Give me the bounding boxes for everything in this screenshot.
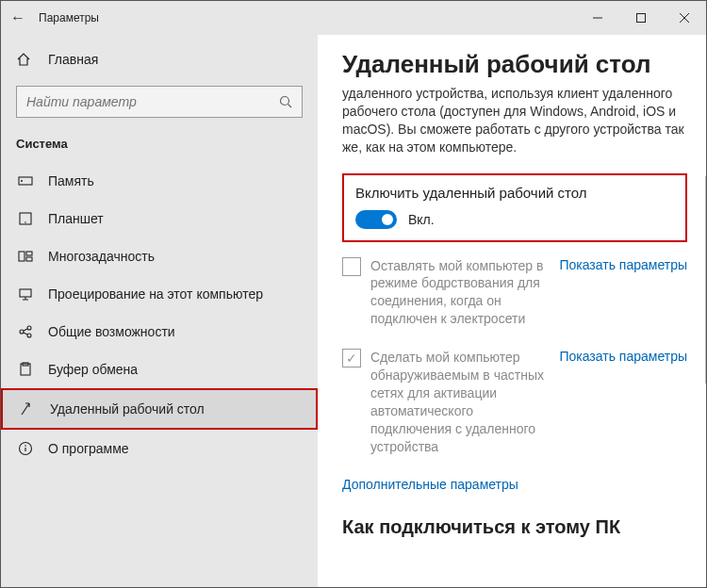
menu: Память Планшет Многозадачность Проециров… <box>1 162 318 467</box>
info-icon <box>16 441 35 456</box>
titlebar: ← Параметры <box>1 1 706 35</box>
minimize-button[interactable] <box>576 1 619 35</box>
search-icon <box>279 95 292 108</box>
svg-point-16 <box>27 334 31 337</box>
remote-desktop-icon <box>18 401 37 416</box>
option-text: Сделать мой компьютер обнаруживаемым в ч… <box>370 349 559 455</box>
sidebar-item-tablet[interactable]: Планшет <box>1 200 318 237</box>
sidebar-item-multitasking[interactable]: Многозадачность <box>1 237 318 275</box>
svg-line-21 <box>22 403 29 415</box>
tablet-icon <box>16 211 35 226</box>
content-panel: Удаленный рабочий стол удаленного устрой… <box>318 35 706 587</box>
svg-point-4 <box>281 97 289 106</box>
close-button[interactable] <box>663 1 706 35</box>
scrollbar[interactable] <box>705 176 706 384</box>
shared-icon <box>16 324 35 339</box>
checkbox-discoverable[interactable]: ✓ <box>342 349 361 368</box>
svg-rect-12 <box>26 257 32 261</box>
svg-point-23 <box>25 445 26 447</box>
sidebar-item-storage[interactable]: Память <box>1 162 318 200</box>
show-settings-link-2[interactable]: Показать параметры <box>559 349 687 364</box>
svg-rect-1 <box>637 14 646 23</box>
option-discoverable: ✓ Сделать мой компьютер обнаруживаемым в… <box>342 349 687 455</box>
svg-point-15 <box>27 326 31 330</box>
home-link[interactable]: Главная <box>1 44 318 74</box>
home-icon <box>16 52 35 67</box>
nav-panel: Главная Система Память Планшет Многозад <box>1 35 318 587</box>
multitasking-icon <box>16 249 35 264</box>
sidebar-item-label: Проецирование на этот компьютер <box>48 286 263 302</box>
svg-line-18 <box>24 333 27 335</box>
toggle-state: Вкл. <box>408 212 435 227</box>
sidebar-item-label: Удаленный рабочий стол <box>50 401 205 416</box>
sidebar-item-remote-desktop[interactable]: Удаленный рабочий стол <box>1 388 318 430</box>
sidebar-item-label: Общие возможности <box>48 324 175 339</box>
sidebar-item-shared[interactable]: Общие возможности <box>1 313 318 351</box>
clipboard-icon <box>16 362 35 377</box>
description-text: удаленного устройства, используя клиент … <box>342 85 687 156</box>
toggle-row: Вкл. <box>355 210 674 229</box>
sidebar-item-label: Буфер обмена <box>48 362 138 377</box>
sidebar-item-clipboard[interactable]: Буфер обмена <box>1 351 318 388</box>
home-label: Главная <box>48 52 98 67</box>
sidebar-item-projecting[interactable]: Проецирование на этот компьютер <box>1 275 318 313</box>
window-title: Параметры <box>39 11 99 24</box>
option-keep-awake: Оставлять мой компьютер в режиме бодрств… <box>342 257 687 329</box>
body: Главная Система Память Планшет Многозад <box>1 35 706 587</box>
subheading: Как подключиться к этому ПК <box>342 516 687 538</box>
maximize-button[interactable] <box>619 1 663 35</box>
svg-point-14 <box>20 330 24 334</box>
svg-rect-10 <box>19 252 25 261</box>
sidebar-item-label: Память <box>48 173 94 188</box>
svg-rect-11 <box>26 252 32 255</box>
toggle-label: Включить удаленный рабочий стол <box>355 185 674 201</box>
window-controls <box>576 1 706 35</box>
enable-remote-desktop-section: Включить удаленный рабочий стол Вкл. <box>342 173 687 242</box>
page-title: Удаленный рабочий стол <box>342 50 687 79</box>
svg-point-7 <box>21 180 23 182</box>
sidebar-item-about[interactable]: О программе <box>1 430 318 467</box>
storage-icon <box>16 173 35 188</box>
search-box[interactable] <box>16 86 303 118</box>
search-input[interactable] <box>26 94 279 109</box>
svg-line-5 <box>288 105 292 108</box>
advanced-settings-link[interactable]: Дополнительные параметры <box>342 477 518 492</box>
projecting-icon <box>16 286 35 302</box>
settings-window: ← Параметры Главная Система Память <box>0 0 707 588</box>
toggle-knob <box>382 214 393 225</box>
svg-point-9 <box>25 221 26 223</box>
sidebar-item-label: Многозадачность <box>48 249 155 264</box>
sidebar-item-label: Планшет <box>48 211 104 226</box>
show-settings-link-1[interactable]: Показать параметры <box>559 257 687 272</box>
svg-line-17 <box>24 329 27 331</box>
sidebar-item-label: О программе <box>48 441 129 456</box>
remote-desktop-toggle[interactable] <box>355 210 397 229</box>
checkbox-keep-awake[interactable] <box>342 257 361 276</box>
svg-rect-13 <box>20 289 31 297</box>
back-button[interactable]: ← <box>1 9 35 26</box>
category-label: Система <box>1 131 318 156</box>
option-text: Оставлять мой компьютер в режиме бодрств… <box>370 257 559 329</box>
